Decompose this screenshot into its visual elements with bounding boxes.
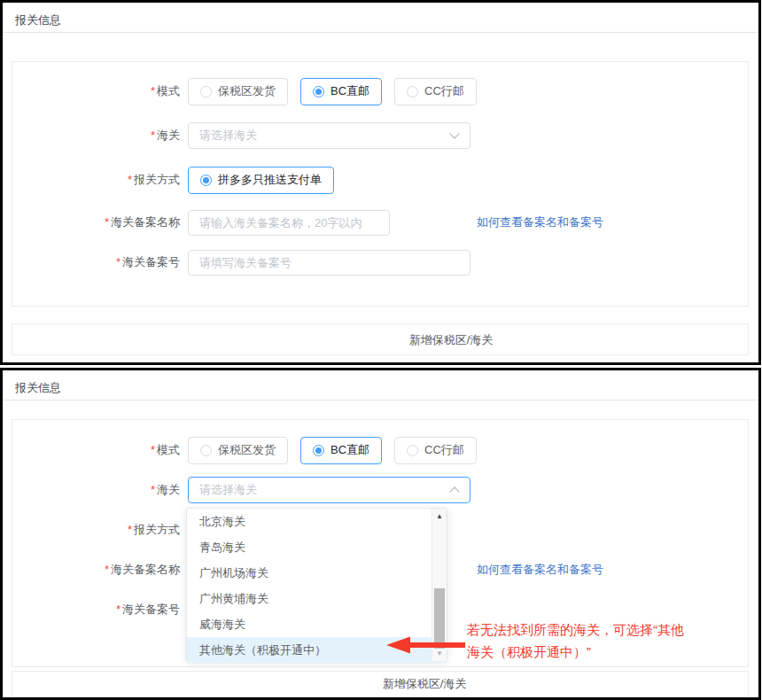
- required-asterisk: *: [151, 483, 155, 496]
- radio-selected-icon: [313, 86, 324, 97]
- form-row-mode: *模式 保税区发货 BC直邮 CC行邮: [3, 437, 758, 463]
- record-number-input[interactable]: [188, 250, 470, 276]
- radio-option-cc-mail[interactable]: CC行邮: [394, 78, 477, 105]
- radio-icon: [200, 445, 212, 456]
- add-bonded-area-customs-button[interactable]: 新增保税区/海关: [12, 671, 749, 697]
- radio-icon: [407, 445, 418, 456]
- dropdown-option-qingdao[interactable]: 青岛海关: [187, 534, 447, 560]
- dropdown-option-guangzhou-huangpu[interactable]: 广州黄埔海关: [187, 586, 447, 611]
- form-row-customs: *海关 请选择海关: [3, 477, 758, 503]
- customs-info-panel-bottom: 报关信息 *模式 保税区发货 BC直邮 CC行邮 *海关 请选择海关: [0, 368, 761, 700]
- field-label-declare-method: *报关方式: [3, 517, 180, 543]
- radio-option-bonded-zone[interactable]: 保税区发货: [188, 78, 288, 105]
- record-name-input[interactable]: [188, 210, 390, 236]
- field-label-customs: *海关: [3, 122, 180, 149]
- required-asterisk: *: [116, 255, 121, 268]
- required-asterisk: *: [151, 84, 155, 97]
- header-divider: [3, 400, 758, 401]
- radio-icon: [200, 86, 212, 97]
- field-label-customs: *海关: [3, 477, 180, 503]
- scroll-up-icon[interactable]: ▲: [432, 509, 447, 523]
- panel-title: 报关信息: [15, 12, 61, 28]
- field-label-declare-method: *报关方式: [3, 167, 180, 193]
- required-asterisk: *: [116, 603, 121, 616]
- customs-info-panel-top: 报关信息 *模式 保税区发货 BC直邮 CC行邮 *海关 请选择海关: [0, 0, 761, 365]
- field-label-mode: *模式: [3, 78, 180, 105]
- dropdown-option-guangzhou-airport[interactable]: 广州机场海关: [187, 560, 447, 586]
- help-link[interactable]: 如何查看备案名和备案号: [477, 209, 603, 236]
- radio-icon: [407, 86, 418, 97]
- required-asterisk: *: [128, 173, 132, 186]
- form-row-mode: *模式 保税区发货 BC直邮 CC行邮: [3, 78, 758, 105]
- field-label-record-number: *海关备案号: [3, 596, 180, 623]
- chevron-up-icon: [449, 486, 459, 496]
- required-asterisk: *: [105, 563, 109, 576]
- required-asterisk: *: [128, 523, 132, 536]
- required-asterisk: *: [151, 128, 155, 142]
- radio-option-push-payment-only[interactable]: 拼多多只推送支付单: [188, 167, 334, 194]
- customs-select-open[interactable]: 请选择海关: [188, 477, 470, 503]
- dropdown-option-beijing[interactable]: 北京海关: [187, 509, 447, 534]
- red-arrow-icon: [384, 634, 469, 657]
- radio-option-bonded-zone[interactable]: 保税区发货: [188, 437, 288, 464]
- radio-option-bc-direct[interactable]: BC直邮: [300, 437, 382, 464]
- radio-selected-icon: [313, 445, 324, 456]
- field-label-mode: *模式: [3, 437, 180, 463]
- header-divider: [3, 32, 758, 33]
- chevron-down-icon: [449, 128, 459, 138]
- form-row-record-name: *海关备案名称 如何查看备案名和备案号: [3, 209, 758, 236]
- help-link[interactable]: 如何查看备案名和备案号: [477, 556, 603, 583]
- panel-title: 报关信息: [15, 380, 61, 396]
- form-row-record-number: *海关备案号: [3, 249, 758, 276]
- field-label-record-number: *海关备案号: [3, 249, 180, 276]
- field-label-record-name: *海关备案名称: [3, 209, 180, 236]
- customs-select[interactable]: 请选择海关: [188, 122, 470, 149]
- field-label-record-name: *海关备案名称: [3, 556, 180, 583]
- radio-selected-icon: [200, 175, 212, 186]
- form-row-customs: *海关 请选择海关: [3, 122, 758, 149]
- annotation-line-1: 若无法找到所需的海关，可选择“其他: [467, 618, 761, 641]
- annotation-text: 若无法找到所需的海关，可选择“其他 海关（积极开通中）”: [467, 618, 761, 663]
- required-asterisk: *: [105, 215, 109, 229]
- annotation-line-2: 海关（积极开通中）”: [467, 641, 761, 663]
- radio-option-cc-mail[interactable]: CC行邮: [394, 437, 477, 464]
- required-asterisk: *: [151, 443, 155, 456]
- form-row-declare-method: *报关方式 拼多多只推送支付单: [3, 167, 758, 193]
- add-bonded-area-customs-button[interactable]: 新增保税区/海关: [12, 323, 749, 355]
- radio-option-bc-direct[interactable]: BC直邮: [300, 78, 382, 105]
